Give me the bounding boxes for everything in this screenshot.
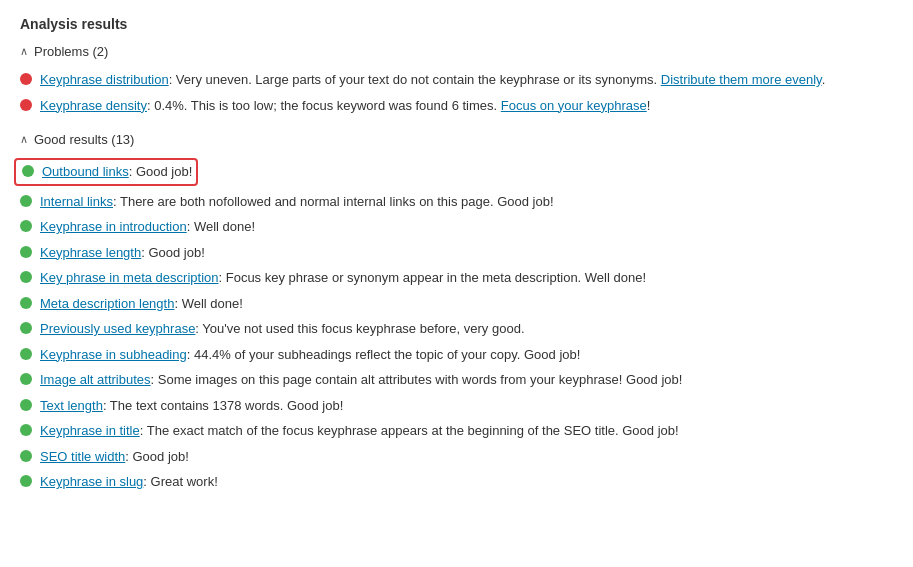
internal-links-link[interactable]: Internal links: [40, 194, 113, 209]
keyphrase-in-subheading-link[interactable]: Keyphrase in subheading: [40, 347, 187, 362]
distribute-more-evenly-link[interactable]: Distribute them more evenly: [661, 72, 822, 87]
list-item: Keyphrase density: 0.4%. This is too low…: [20, 93, 893, 119]
keyphrase-distribution-text: Keyphrase distribution: Very uneven. Lar…: [40, 70, 825, 90]
outbound-links-highlighted: Outbound links: Good job!: [14, 158, 198, 186]
keyphrase-in-introduction-link[interactable]: Keyphrase in introduction: [40, 219, 187, 234]
image-alt-attributes-text: Image alt attributes: Some images on thi…: [40, 370, 682, 390]
keyphrase-length-text: Keyphrase length: Good job!: [40, 243, 205, 263]
problems-chevron-icon: ∧: [20, 45, 28, 58]
list-item: Keyphrase in title: The exact match of t…: [20, 418, 893, 444]
green-dot-icon: [20, 399, 32, 411]
list-item: Keyphrase in slug: Great work!: [20, 469, 893, 495]
list-item: Internal links: There are both nofollowe…: [20, 189, 893, 215]
list-item: Keyphrase in introduction: Well done!: [20, 214, 893, 240]
meta-description-length-text: Meta description length: Well done!: [40, 294, 243, 314]
text-length-text: Text length: The text contains 1378 word…: [40, 396, 343, 416]
keyphrase-distribution-link[interactable]: Keyphrase distribution: [40, 72, 169, 87]
seo-title-width-link[interactable]: SEO title width: [40, 449, 125, 464]
keyphrase-in-title-link[interactable]: Keyphrase in title: [40, 423, 140, 438]
list-item: SEO title width: Good job!: [20, 444, 893, 470]
green-dot-icon: [20, 297, 32, 309]
green-dot-icon: [22, 165, 34, 177]
keyphrase-density-link[interactable]: Keyphrase density: [40, 98, 147, 113]
problems-header[interactable]: ∧ Problems (2): [20, 44, 893, 59]
good-results-list: Outbound links: Good job! Internal links…: [20, 155, 893, 495]
good-results-header[interactable]: ∧ Good results (13): [20, 132, 893, 147]
keyphrase-length-link[interactable]: Keyphrase length: [40, 245, 141, 260]
good-results-label: Good results (13): [34, 132, 134, 147]
section-title: Analysis results: [20, 16, 893, 32]
green-dot-icon: [20, 373, 32, 385]
good-results-chevron-icon: ∧: [20, 133, 28, 146]
green-dot-icon: [20, 348, 32, 360]
focus-on-keyphrase-link[interactable]: Focus on your keyphrase: [501, 98, 647, 113]
problems-label: Problems (2): [34, 44, 108, 59]
list-item: Meta description length: Well done!: [20, 291, 893, 317]
green-dot-icon: [20, 271, 32, 283]
keyphrase-in-slug-text: Keyphrase in slug: Great work!: [40, 472, 218, 492]
list-item: Key phrase in meta description: Focus ke…: [20, 265, 893, 291]
red-dot-icon: [20, 73, 32, 85]
keyphrase-in-subheading-text: Keyphrase in subheading: 44.4% of your s…: [40, 345, 580, 365]
outbound-links-text: Outbound links: Good job!: [42, 162, 192, 182]
outbound-links-link[interactable]: Outbound links: [42, 164, 129, 179]
list-item: Keyphrase in subheading: 44.4% of your s…: [20, 342, 893, 368]
list-item: Keyphrase distribution: Very uneven. Lar…: [20, 67, 893, 93]
text-length-link[interactable]: Text length: [40, 398, 103, 413]
green-dot-icon: [20, 322, 32, 334]
previously-used-keyphrase-link[interactable]: Previously used keyphrase: [40, 321, 195, 336]
previously-used-keyphrase-text: Previously used keyphrase: You've not us…: [40, 319, 525, 339]
green-dot-icon: [20, 424, 32, 436]
keyphrase-in-title-text: Keyphrase in title: The exact match of t…: [40, 421, 679, 441]
problems-list: Keyphrase distribution: Very uneven. Lar…: [20, 67, 893, 118]
keyphrase-in-slug-link[interactable]: Keyphrase in slug: [40, 474, 143, 489]
green-dot-icon: [20, 475, 32, 487]
list-item: Previously used keyphrase: You've not us…: [20, 316, 893, 342]
key-phrase-meta-description-text: Key phrase in meta description: Focus ke…: [40, 268, 646, 288]
list-item: Text length: The text contains 1378 word…: [20, 393, 893, 419]
green-dot-icon: [20, 450, 32, 462]
image-alt-attributes-link[interactable]: Image alt attributes: [40, 372, 151, 387]
green-dot-icon: [20, 246, 32, 258]
list-item: Image alt attributes: Some images on thi…: [20, 367, 893, 393]
green-dot-icon: [20, 220, 32, 232]
green-dot-icon: [20, 195, 32, 207]
red-dot-icon: [20, 99, 32, 111]
analysis-results-container: Analysis results ∧ Problems (2) Keyphras…: [20, 16, 893, 495]
keyphrase-in-introduction-text: Keyphrase in introduction: Well done!: [40, 217, 255, 237]
seo-title-width-text: SEO title width: Good job!: [40, 447, 189, 467]
key-phrase-meta-description-link[interactable]: Key phrase in meta description: [40, 270, 218, 285]
list-item: Keyphrase length: Good job!: [20, 240, 893, 266]
keyphrase-density-text: Keyphrase density: 0.4%. This is too low…: [40, 96, 650, 116]
list-item: Outbound links: Good job!: [20, 155, 893, 189]
internal-links-text: Internal links: There are both nofollowe…: [40, 192, 554, 212]
meta-description-length-link[interactable]: Meta description length: [40, 296, 174, 311]
